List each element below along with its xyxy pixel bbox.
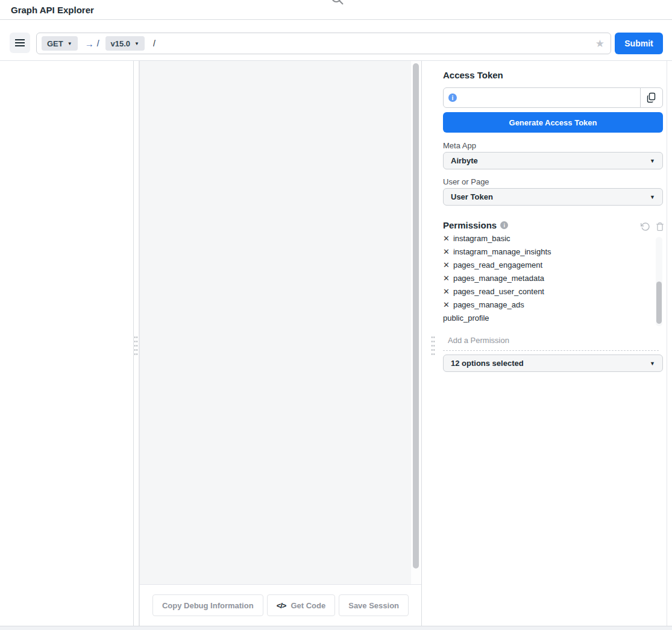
access-token-heading: Access Token — [443, 70, 503, 80]
permission-item: ✕ pages_manage_metadata — [443, 272, 654, 285]
permissions-scrollbar-track[interactable] — [656, 237, 662, 326]
http-method-value: GET — [47, 39, 63, 48]
path-prefix-slash: / — [97, 39, 99, 48]
meta-app-value: Airbyte — [451, 156, 478, 165]
api-version-dropdown[interactable]: v15.0 ▼ — [105, 36, 145, 51]
permission-item: ✕ instagram_manage_insights — [443, 245, 654, 259]
permissions-scrollbar-thumb[interactable] — [656, 282, 662, 324]
copy-token-button[interactable] — [640, 87, 663, 108]
search-icon[interactable] — [330, 0, 345, 6]
user-or-page-value: User Token — [451, 192, 493, 201]
remove-permission-icon[interactable]: ✕ — [443, 245, 450, 259]
permissions-info-icon[interactable]: i — [500, 221, 508, 229]
chevron-down-icon: ▼ — [650, 194, 655, 200]
chevron-down-icon: ▼ — [68, 41, 72, 46]
request-toolbar: GET ▼ → / v15.0 ▼ ★ Submit — [0, 20, 672, 61]
permission-item: ✕ pages_read_user_content — [443, 285, 654, 298]
remove-permission-icon[interactable]: ✕ — [443, 259, 450, 272]
permissions-summary-select[interactable]: 12 options selected ▼ — [443, 354, 663, 372]
permissions-list: ✕ instagram_basic ✕ instagram_manage_ins… — [443, 235, 654, 327]
arrow-icon: → — [85, 39, 94, 49]
permissions-actions — [641, 222, 664, 232]
permissions-heading-row: Permissions i — [443, 220, 508, 230]
response-viewport — [140, 61, 411, 584]
meta-app-select[interactable]: Airbyte ▼ — [443, 152, 663, 169]
save-session-button[interactable]: Save Session — [339, 594, 409, 616]
permission-item: public_profile — [443, 312, 654, 325]
user-or-page-label: User or Page — [443, 177, 489, 186]
chevron-down-icon: ▼ — [134, 41, 139, 46]
permissions-summary-value: 12 options selected — [451, 359, 524, 368]
get-code-button[interactable]: </> Get Code — [267, 594, 336, 616]
request-bar: GET ▼ → / v15.0 ▼ ★ — [36, 33, 611, 54]
generate-access-token-button[interactable]: Generate Access Token — [443, 112, 663, 133]
bottom-strip — [0, 626, 672, 630]
hamburger-icon — [15, 39, 25, 40]
clear-permissions-button[interactable] — [656, 222, 664, 232]
response-panel: Copy Debug Information </> Get Code Save… — [139, 61, 422, 626]
http-method-dropdown[interactable]: GET ▼ — [42, 36, 78, 51]
copy-icon — [646, 92, 657, 103]
request-path-input[interactable] — [153, 39, 595, 48]
undo-permissions-button[interactable] — [641, 222, 650, 232]
app-header: Graph API Explorer — [0, 0, 672, 20]
add-permission-wrap — [443, 333, 659, 351]
access-token-input[interactable] — [460, 93, 640, 102]
permission-item: ✕ instagram_basic — [443, 235, 654, 245]
copy-debug-information-button[interactable]: Copy Debug Information — [152, 594, 263, 616]
panel-resize-handle-right[interactable] — [431, 335, 435, 357]
chevron-down-icon: ▼ — [650, 158, 655, 164]
remove-permission-icon[interactable]: ✕ — [443, 272, 450, 285]
remove-permission-icon[interactable]: ✕ — [443, 298, 450, 312]
add-permission-input[interactable] — [448, 336, 629, 345]
access-token-field-wrap: i — [443, 87, 641, 108]
right-edge-divider — [667, 61, 667, 626]
token-info-icon[interactable]: i — [448, 93, 457, 102]
debug-toolbar: Copy Debug Information </> Get Code Save… — [140, 584, 421, 626]
permissions-heading: Permissions — [443, 220, 497, 230]
trash-icon — [656, 222, 664, 232]
api-version-value: v15.0 — [111, 39, 131, 48]
favorite-star-icon[interactable]: ★ — [595, 39, 604, 49]
panel-resize-handle-left[interactable] — [134, 335, 138, 357]
response-scrollbar-track[interactable] — [411, 61, 421, 584]
chevron-down-icon: ▼ — [650, 361, 655, 367]
remove-permission-icon[interactable]: ✕ — [443, 285, 450, 298]
user-or-page-select[interactable]: User Token ▼ — [443, 188, 663, 206]
code-icon: </> — [277, 601, 286, 610]
page-title: Graph API Explorer — [11, 5, 94, 15]
field-tree-sidebar — [0, 61, 134, 626]
menu-button[interactable] — [10, 33, 30, 53]
remove-permission-icon[interactable]: ✕ — [443, 235, 450, 245]
response-scrollbar-thumb[interactable] — [413, 63, 419, 569]
submit-button[interactable]: Submit — [615, 33, 663, 54]
token-settings-panel: Access Token i Generate Access Token Met… — [443, 61, 667, 626]
meta-app-label: Meta App — [443, 141, 476, 150]
permission-item: ✕ pages_manage_ads — [443, 298, 654, 312]
permission-item: ✕ pages_read_engagement — [443, 259, 654, 272]
undo-icon — [641, 222, 650, 232]
